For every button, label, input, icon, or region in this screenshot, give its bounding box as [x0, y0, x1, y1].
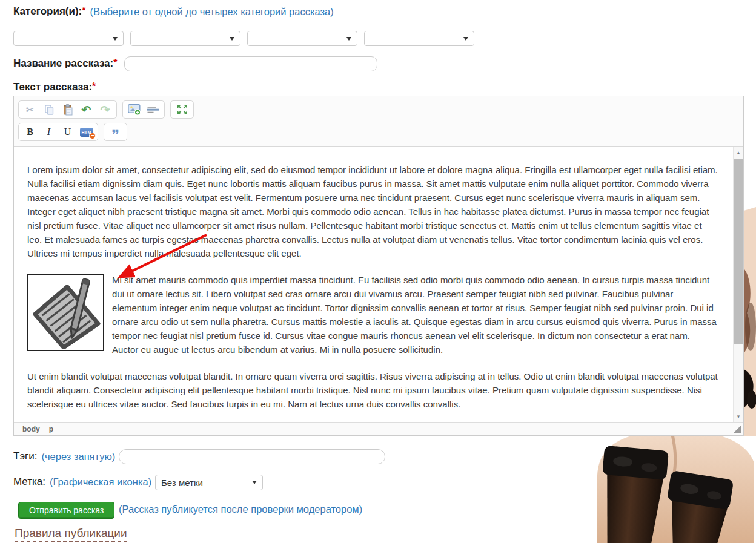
categories-hint: (Выберите от одной до четырех категорий …: [90, 6, 333, 18]
chevron-down-icon: [252, 481, 257, 484]
horizontal-rule-button[interactable]: [144, 102, 162, 117]
category-select-2[interactable]: [130, 31, 240, 46]
story-submit-page: Категория(и):* (Выберите от одной до чет…: [0, 0, 756, 543]
undo-icon: ↶: [82, 104, 91, 116]
story-paragraph: Ut enim blandit volutpat maecenas volutp…: [27, 369, 718, 411]
editor-toolbar: ✂: [14, 96, 743, 147]
mark-row: Метка: (Графическая иконка): [13, 476, 151, 488]
undo-button[interactable]: ↶: [77, 102, 96, 117]
story-text-editor: ✂: [13, 96, 744, 436]
editor-label-row: Текст рассказа:*: [13, 81, 96, 93]
categories-row: Категория(и):* (Выберите от одной до чет…: [13, 5, 334, 18]
editor-content-area[interactable]: Lorem ipsum dolor sit amet, consectetur …: [14, 147, 734, 423]
paste-button[interactable]: [58, 102, 77, 117]
element-path-body[interactable]: body: [22, 425, 40, 433]
tags-label: Тэги:: [13, 450, 37, 462]
bold-button[interactable]: B: [21, 124, 39, 140]
tags-row: Тэги: (через запятую): [13, 450, 115, 462]
toolbar-group-insert: [122, 100, 165, 119]
notepad-pen-drawing: [30, 277, 102, 349]
categories-label: Категория(и):*: [13, 5, 85, 18]
tags-hint: (через запятую): [41, 451, 115, 462]
mark-label: Метка:: [13, 476, 45, 488]
toolbar-group-blockquote: ❞: [104, 123, 127, 141]
tags-input[interactable]: [119, 449, 385, 464]
story-paragraph: Mi sit amet mauris commodo quis imperdie…: [27, 273, 718, 357]
blockquote-button[interactable]: ❞: [106, 124, 125, 140]
mark-hint: (Графическая иконка): [50, 476, 151, 488]
title-input[interactable]: [124, 56, 377, 71]
chevron-down-icon: [113, 37, 118, 41]
copy-icon: [44, 104, 55, 115]
required-asterisk: *: [113, 58, 117, 68]
publication-rules-link[interactable]: Правила публикации: [15, 527, 127, 542]
toolbar-group-maximize: [170, 100, 194, 119]
required-asterisk: *: [92, 81, 96, 91]
cut-button[interactable]: ✂: [21, 102, 39, 117]
submit-story-button[interactable]: Отправить рассказ: [18, 502, 114, 519]
remove-html-button[interactable]: HTM: [77, 124, 96, 140]
scroll-up-button[interactable]: ▲: [734, 148, 743, 158]
toolbar-group-clipboard: ✂: [18, 100, 117, 119]
category-select-3[interactable]: [247, 31, 357, 46]
maximize-button[interactable]: [173, 102, 191, 117]
chevron-down-icon: [230, 37, 234, 41]
story-paragraph: Lorem ipsum dolor sit amet, consectetur …: [27, 163, 718, 260]
required-asterisk: *: [82, 5, 85, 16]
remove-html-icon: HTM: [80, 128, 93, 137]
scrollbar-thumb[interactable]: [734, 159, 743, 344]
copy-button[interactable]: [39, 102, 58, 117]
maximize-icon: [177, 104, 188, 115]
notepad-clipart-image[interactable]: [27, 274, 104, 351]
paste-icon: [62, 104, 73, 116]
underline-icon: U: [64, 127, 71, 137]
image-icon: [128, 104, 141, 116]
blockquote-icon: ❞: [111, 125, 119, 139]
chevron-down-icon: [346, 37, 351, 41]
chevron-down-icon: [463, 37, 468, 41]
bold-icon: B: [27, 127, 33, 137]
title-row: Название рассказа:*: [13, 58, 117, 70]
resize-grip[interactable]: [734, 426, 741, 433]
editor-scrollbar[interactable]: ▲ ▼: [733, 147, 743, 423]
category-select-4[interactable]: [364, 31, 474, 46]
submit-hint-row: (Рассказ публикуется после проверки моде…: [119, 504, 362, 515]
mark-select-value: Без метки: [161, 478, 252, 488]
italic-button[interactable]: I: [39, 124, 58, 140]
toolbar-group-basicstyles: B I U HTM: [18, 123, 98, 141]
insert-image-button[interactable]: [125, 102, 144, 117]
title-label: Название рассказа:*: [13, 58, 117, 70]
horizontal-rule-icon: [147, 105, 160, 114]
italic-icon: I: [47, 127, 50, 137]
redo-icon: ↷: [101, 104, 110, 116]
scroll-down-button[interactable]: ▼: [734, 412, 743, 422]
category-select-1[interactable]: [13, 31, 124, 46]
editor-label: Текст рассказа:*: [13, 81, 96, 93]
underline-button[interactable]: U: [58, 124, 77, 140]
page-left-border: [1, 0, 1, 543]
scissors-icon: ✂: [26, 104, 34, 116]
mark-select[interactable]: Без метки: [155, 475, 263, 490]
editor-status-bar: body p: [14, 422, 743, 435]
element-path-p[interactable]: p: [49, 425, 53, 433]
submit-hint: (Рассказ публикуется после проверки моде…: [119, 504, 362, 515]
redo-button[interactable]: ↷: [96, 102, 114, 117]
